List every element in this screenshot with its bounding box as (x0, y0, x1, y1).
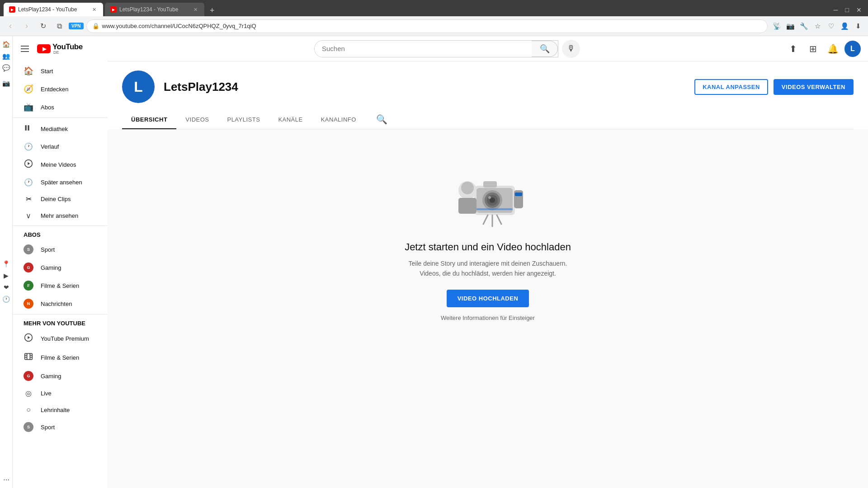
outer-icon-chat[interactable]: 💬 (1, 62, 12, 73)
live-icon: ◎ (24, 389, 33, 398)
search-form: 🔍 🎙 (314, 40, 580, 58)
hamburger-button[interactable] (18, 43, 32, 55)
maximize-icon[interactable]: □ (843, 5, 852, 14)
upload-button[interactable]: ⬆ (785, 41, 801, 57)
close-window-icon[interactable]: ✕ (854, 5, 864, 14)
yt-logo[interactable]: ▶ YouTube DE (37, 43, 83, 55)
sidebar-item-lehrinhalte[interactable]: ○ Lehrinhalte (16, 402, 104, 418)
sidebar-item-abos[interactable]: 📺 Abos (16, 99, 104, 116)
profile-button[interactable]: 👤 (838, 20, 851, 33)
sidebar-item-verlauf[interactable]: 🕐 Verlauf (16, 139, 104, 155)
tab-active[interactable]: ▶ LetsPlay1234 - YouTube ✕ (4, 3, 103, 16)
upload-video-button[interactable]: VIDEO HOCHLADEN (447, 290, 529, 307)
sidebar-item-clips[interactable]: ✂ Deine Clips (16, 191, 104, 207)
notifications-button[interactable]: 🔔 (825, 41, 841, 57)
outer-icon-home[interactable]: 🏠 (1, 39, 12, 50)
tab-favicon: ▶ (9, 6, 15, 13)
sidebar-item-gaming2[interactable]: G Gaming (16, 367, 104, 385)
channel-name-wrap: LetsPlay1234 (164, 80, 238, 94)
new-tab-button[interactable]: + (206, 6, 218, 15)
sidebar-clips-label: Deine Clips (41, 196, 71, 202)
mic-button[interactable]: 🎙 (562, 40, 580, 58)
cast-button[interactable]: 📡 (770, 20, 783, 33)
tab-label: LetsPlay1234 - YouTube (18, 6, 88, 13)
extensions-button[interactable]: ⧉ (52, 19, 66, 33)
outer-icon-send[interactable]: ▶ (1, 270, 12, 281)
sidebar-start-label: Start (41, 68, 53, 75)
channel-avatar: L (122, 70, 155, 103)
tab-videos[interactable]: VIDEOS (176, 111, 218, 129)
sidebar-logo-row: ▶ YouTube DE (13, 36, 108, 61)
sidebar-item-mehr[interactable]: ∨ Mehr ansehen (16, 208, 104, 224)
yt-logo-icon: ▶ (37, 44, 51, 53)
svg-line-27 (483, 215, 488, 224)
sidebar-item-gaming[interactable]: G Gaming (16, 259, 104, 276)
bookmark-button[interactable]: ☆ (811, 20, 824, 33)
sidebar-item-meine-videos[interactable]: Meine Videos (16, 155, 104, 174)
sidebar-item-sport[interactable]: S Sport (16, 241, 104, 258)
back-button[interactable]: ‹ (4, 19, 17, 33)
outer-icon-column: 🏠 👥 💬 📷 📍 ▶ ❤ 🕐 ⋯ (0, 36, 13, 488)
forward-button[interactable]: › (20, 19, 33, 33)
videos-verwalten-button[interactable]: VIDEOS VERWALTEN (774, 79, 854, 95)
heart-button[interactable]: ♡ (825, 20, 837, 33)
sidebar-verlauf-label: Verlauf (41, 143, 59, 150)
channel-tabs: ÜBERSICHT VIDEOS PLAYLISTS KANÄLE KANALI… (122, 110, 854, 129)
sidebar-item-mediathek[interactable]: Mediathek (16, 120, 104, 138)
tab-playlists[interactable]: PLAYLISTS (218, 111, 269, 129)
svg-marker-5 (28, 336, 30, 339)
extensions-icon[interactable]: 🔧 (797, 20, 810, 33)
tab-kanale[interactable]: KANÄLE (269, 111, 311, 129)
more-info-link[interactable]: Weitere Informationen für Einsteiger (441, 314, 535, 321)
youtube-sidebar: ▶ YouTube DE 🏠 Start 🧭 Entdecken 📺 Abos (13, 36, 108, 488)
gaming2-avatar: G (24, 371, 33, 381)
user-avatar[interactable]: L (844, 41, 861, 57)
search-input[interactable] (315, 41, 532, 57)
svg-rect-21 (515, 192, 522, 196)
tab-close-icon[interactable]: ✕ (90, 6, 98, 13)
search-button[interactable]: 🔍 (532, 41, 558, 57)
outer-icon-social[interactable]: 👥 (1, 51, 12, 61)
apps-button[interactable]: ⊞ (805, 41, 821, 57)
sidebar-mehr-section: MEHR VON YOUTUBE YouTube Premium Filme &… (13, 316, 108, 436)
sidebar-item-start[interactable]: 🏠 Start (16, 62, 104, 80)
minimize-icon[interactable]: ─ (831, 5, 841, 14)
kanal-anpassen-button[interactable]: KANAL ANPASSEN (694, 79, 768, 95)
subs-icon: 📺 (24, 102, 33, 112)
tab-close-icon-2[interactable]: ✕ (192, 6, 199, 13)
tab-kanalinfo[interactable]: KANALINFO (312, 111, 365, 129)
sidebar-library: Mediathek 🕐 Verlauf Meine Videos 🕐 Späte… (13, 120, 108, 224)
sidebar-entdecken-label: Entdecken (41, 86, 68, 93)
outer-icon-location[interactable]: 📍 (1, 258, 12, 269)
channel-search-button[interactable]: 🔍 (373, 110, 391, 129)
sidebar-abos-label: Abos (41, 104, 54, 111)
filme-avatar: F (24, 281, 33, 291)
tab-inactive[interactable]: ▶ LetsPlay1234 - YouTube ✕ (105, 3, 204, 16)
sidebar-item-yt-premium[interactable]: YouTube Premium (16, 329, 104, 347)
sidebar-item-live[interactable]: ◎ Live (16, 385, 104, 401)
browser-chrome: ▶ LetsPlay1234 - YouTube ✕ ▶ LetsPlay123… (0, 0, 868, 16)
outer-icon-favorite[interactable]: ❤ (1, 282, 12, 293)
outer-icon-clock[interactable]: 🕐 (1, 294, 12, 305)
nachrichten-avatar: N (24, 299, 33, 309)
reload-button[interactable]: ↻ (36, 19, 50, 33)
sidebar-item-filme2[interactable]: Filme & Serien (16, 348, 104, 366)
sidebar-item-spaeter[interactable]: 🕐 Später ansehen (16, 174, 104, 190)
tab-ubersicht[interactable]: ÜBERSICHT (122, 111, 176, 129)
yt-header: 🔍 🎙 ⬆ ⊞ 🔔 L (108, 36, 868, 61)
svg-point-23 (461, 182, 474, 194)
screenshot-button[interactable]: 📷 (784, 20, 797, 33)
sidebar-item-sport2[interactable]: S Sport (16, 418, 104, 436)
sidebar-item-nachrichten[interactable]: N Nachrichten (16, 295, 104, 312)
clips-icon: ✂ (24, 195, 33, 203)
sidebar-item-filme[interactable]: F Filme & Serien (16, 277, 104, 294)
sidebar-lehrinhalte-label: Lehrinhalte (41, 407, 70, 413)
sidebar-item-entdecken[interactable]: 🧭 Entdecken (16, 80, 104, 98)
address-bar[interactable]: 🔒 www.youtube.com/channel/UCocN6zQPHQZ_0… (86, 19, 768, 33)
sidebar-mediathek-label: Mediathek (41, 126, 68, 132)
outer-icon-instagram[interactable]: 📷 (1, 78, 12, 89)
download-button[interactable]: ⬇ (852, 20, 864, 33)
outer-icon-more[interactable]: ⋯ (1, 474, 12, 485)
sidebar-live-label: Live (41, 390, 52, 397)
svg-point-25 (488, 196, 491, 199)
